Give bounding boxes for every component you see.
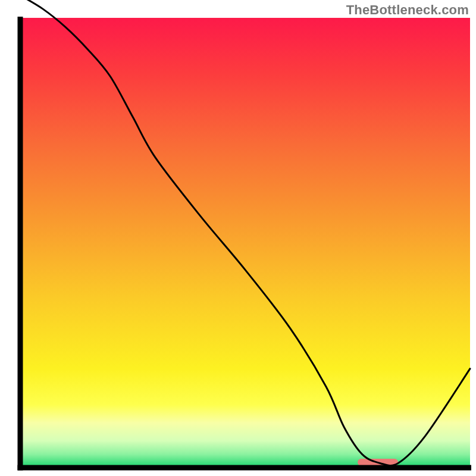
bottleneck-chart — [0, 0, 476, 476]
gradient-background — [20, 18, 470, 468]
chart-frame: TheBottleneck.com — [0, 0, 476, 476]
watermark-text: TheBottleneck.com — [346, 2, 469, 18]
